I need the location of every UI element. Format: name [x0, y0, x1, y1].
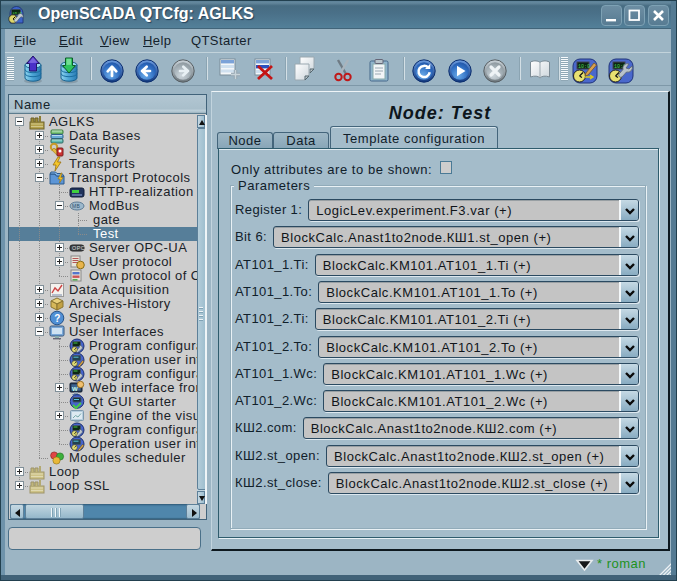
- svg-text:?: ?: [54, 313, 61, 324]
- svg-text:10:0: 10:0: [578, 64, 590, 70]
- svg-text:OPC: OPC: [72, 245, 85, 251]
- svg-text:W: W: [72, 386, 78, 392]
- svg-text:MB: MB: [72, 203, 81, 209]
